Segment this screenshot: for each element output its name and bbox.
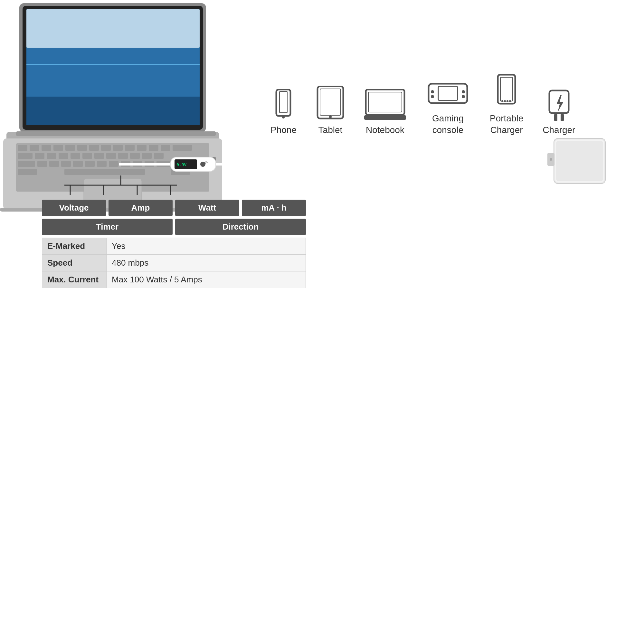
svg-point-71 bbox=[329, 116, 332, 118]
svg-point-84 bbox=[504, 100, 506, 102]
svg-rect-24 bbox=[18, 153, 33, 159]
phone-icon bbox=[274, 89, 293, 121]
svg-rect-40 bbox=[73, 161, 83, 167]
charger-label: Charger bbox=[543, 124, 575, 136]
devices-row: Phone Tablet Notebook bbox=[270, 74, 575, 136]
svg-rect-69 bbox=[317, 86, 343, 118]
svg-point-83 bbox=[501, 100, 503, 102]
svg-rect-12 bbox=[42, 145, 51, 151]
svg-rect-25 bbox=[35, 153, 44, 159]
tablet-icon bbox=[316, 86, 345, 121]
gaming-console-label: Gamingconsole bbox=[432, 113, 464, 136]
svg-rect-74 bbox=[364, 115, 406, 120]
device-tablet: Tablet bbox=[316, 86, 345, 136]
svg-rect-67 bbox=[279, 91, 287, 113]
svg-rect-13 bbox=[53, 145, 63, 151]
notebook-icon bbox=[364, 89, 406, 121]
svg-rect-31 bbox=[106, 153, 116, 159]
badge-row-2: Timer Direction bbox=[42, 219, 306, 235]
charger-block bbox=[547, 135, 612, 193]
amp-badge: Amp bbox=[109, 200, 173, 216]
svg-rect-30 bbox=[94, 153, 104, 159]
svg-rect-29 bbox=[82, 153, 92, 159]
spec-value-speed: 480 mbps bbox=[107, 255, 306, 271]
svg-rect-62 bbox=[554, 138, 605, 184]
svg-rect-11 bbox=[30, 145, 39, 151]
device-notebook: Notebook bbox=[364, 89, 406, 136]
spec-key-maxcurrent: Max. Current bbox=[42, 271, 107, 288]
svg-rect-27 bbox=[59, 153, 68, 159]
svg-rect-14 bbox=[65, 145, 75, 151]
badge-row-1: Voltage Amp Watt mA · h bbox=[42, 200, 306, 216]
spec-row-emarked: E-Marked Yes bbox=[42, 238, 306, 255]
device-portable-charger: PortableCharger bbox=[490, 74, 523, 136]
svg-point-59 bbox=[200, 162, 205, 167]
device-charger: Charger bbox=[543, 89, 575, 136]
portable-charger-label: PortableCharger bbox=[490, 113, 523, 136]
svg-rect-82 bbox=[500, 77, 513, 101]
svg-point-78 bbox=[431, 95, 434, 98]
gaming-console-icon bbox=[425, 81, 470, 109]
voltage-badge: Voltage bbox=[42, 200, 106, 216]
svg-rect-66 bbox=[276, 90, 290, 116]
svg-rect-5 bbox=[26, 97, 200, 125]
svg-point-79 bbox=[462, 90, 465, 93]
svg-rect-3 bbox=[26, 9, 200, 48]
svg-point-77 bbox=[431, 90, 434, 93]
svg-point-64 bbox=[550, 158, 552, 161]
spec-value-maxcurrent: Max 100 Watts / 5 Amps bbox=[107, 271, 306, 288]
svg-rect-15 bbox=[77, 145, 87, 151]
svg-rect-16 bbox=[89, 145, 99, 151]
svg-rect-73 bbox=[368, 92, 402, 112]
svg-rect-76 bbox=[438, 86, 458, 100]
svg-rect-42 bbox=[97, 161, 107, 167]
notebook-label: Notebook bbox=[366, 124, 404, 136]
spec-key-speed: Speed bbox=[42, 255, 107, 271]
spec-row-speed: Speed 480 mbps bbox=[42, 255, 306, 271]
svg-rect-90 bbox=[561, 114, 564, 121]
direction-badge: Direction bbox=[175, 219, 306, 235]
svg-text:0.9V: 0.9V bbox=[176, 162, 186, 167]
svg-rect-39 bbox=[61, 161, 71, 167]
svg-point-86 bbox=[509, 100, 511, 102]
spec-key-emarked: E-Marked bbox=[42, 238, 107, 255]
device-phone: Phone bbox=[270, 89, 297, 136]
svg-point-85 bbox=[507, 100, 508, 102]
svg-rect-37 bbox=[37, 161, 47, 167]
svg-rect-28 bbox=[71, 153, 80, 159]
svg-rect-89 bbox=[554, 114, 557, 121]
svg-rect-38 bbox=[49, 161, 59, 167]
svg-rect-54 bbox=[16, 131, 216, 136]
spec-table: E-Marked Yes Speed 480 mbps Max. Current… bbox=[42, 238, 306, 288]
mah-badge: mA · h bbox=[242, 200, 306, 216]
info-section: Voltage Amp Watt mA · h Timer Direction … bbox=[42, 200, 306, 288]
phone-label: Phone bbox=[270, 124, 297, 136]
svg-rect-41 bbox=[85, 161, 95, 167]
svg-point-68 bbox=[282, 116, 285, 118]
svg-rect-17 bbox=[101, 145, 111, 151]
svg-text:j5: j5 bbox=[205, 160, 208, 164]
svg-rect-26 bbox=[47, 153, 56, 159]
device-gaming-console: Gamingconsole bbox=[425, 81, 470, 136]
portable-charger-icon bbox=[495, 74, 518, 109]
svg-rect-43 bbox=[109, 161, 118, 167]
svg-rect-48 bbox=[18, 169, 37, 175]
svg-rect-70 bbox=[320, 89, 341, 115]
tablet-label: Tablet bbox=[318, 124, 343, 136]
svg-point-80 bbox=[462, 95, 465, 98]
svg-rect-10 bbox=[18, 145, 27, 151]
watt-badge: Watt bbox=[175, 200, 239, 216]
timer-badge: Timer bbox=[42, 219, 173, 235]
spec-row-maxcurrent: Max. Current Max 100 Watts / 5 Amps bbox=[42, 271, 306, 288]
svg-marker-88 bbox=[556, 95, 563, 112]
spec-value-emarked: Yes bbox=[107, 238, 306, 255]
svg-rect-36 bbox=[18, 161, 35, 167]
charger-icon bbox=[546, 89, 572, 121]
svg-rect-72 bbox=[366, 90, 404, 115]
